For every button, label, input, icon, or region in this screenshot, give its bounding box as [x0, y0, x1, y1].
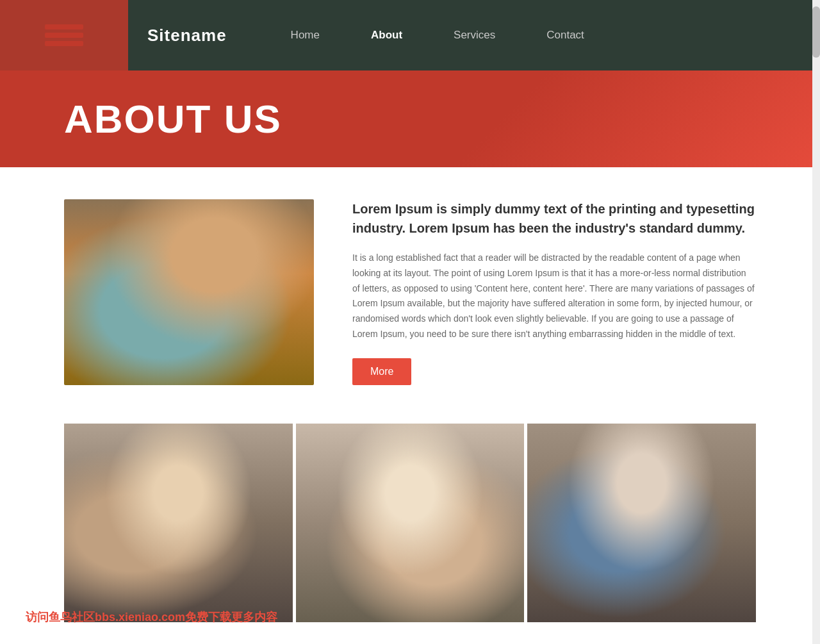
nav-item-contact[interactable]: Contact: [521, 0, 610, 70]
scrollbar-thumb[interactable]: [812, 6, 820, 58]
logo-bar-3: [45, 41, 83, 46]
gallery-item-3: [527, 424, 756, 622]
hero-banner: ABOUT US: [0, 70, 820, 167]
page-title: ABOUT US: [64, 96, 282, 142]
more-button[interactable]: More: [352, 358, 411, 385]
main-image: [64, 199, 314, 385]
main-image-figure: [64, 199, 314, 385]
gallery-item-1: [64, 424, 293, 622]
nav-item-services[interactable]: Services: [428, 0, 521, 70]
nav-link-about[interactable]: About: [345, 0, 428, 70]
nav-links: Home About Services Contact: [265, 0, 610, 70]
logo-area: [0, 0, 128, 70]
gallery-figure-2: [296, 424, 525, 622]
header: Sitename Home About Services Contact: [0, 0, 820, 70]
nav-item-about[interactable]: About: [345, 0, 428, 70]
logo-bar-1: [45, 24, 83, 29]
logo-bar-2: [45, 33, 83, 38]
content-body: It is a long established fact that a rea…: [352, 251, 756, 342]
nav-bar: Sitename Home About Services Contact: [128, 0, 820, 70]
gallery-figure-1: [64, 424, 293, 622]
nav-link-contact[interactable]: Contact: [521, 0, 610, 70]
gallery-item-2: [296, 424, 525, 622]
content-headline: Lorem Ipsum is simply dummy text of the …: [352, 199, 756, 238]
gallery-figure-3: [527, 424, 756, 622]
scrollbar[interactable]: [812, 0, 820, 644]
text-content: Lorem Ipsum is simply dummy text of the …: [352, 199, 756, 385]
footer-watermark: 访问鱼鸟社区bbs.xieniao.com免费下载更多内容: [26, 609, 277, 625]
main-content: Lorem Ipsum is simply dummy text of the …: [0, 167, 820, 644]
nav-link-services[interactable]: Services: [428, 0, 521, 70]
logo-icon: [45, 16, 83, 54]
site-name: Sitename: [147, 26, 227, 45]
nav-item-home[interactable]: Home: [265, 0, 345, 70]
image-gallery: [64, 424, 756, 622]
content-section: Lorem Ipsum is simply dummy text of the …: [64, 199, 756, 385]
nav-link-home[interactable]: Home: [265, 0, 345, 70]
